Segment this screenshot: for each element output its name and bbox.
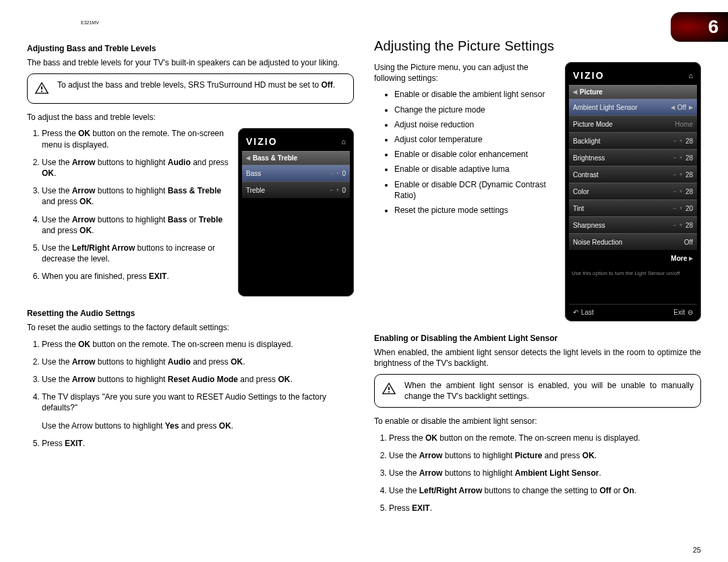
heading-reset-audio: Resetting the Audio Settngs bbox=[27, 309, 354, 318]
lead-bass-treble: To adjust the bass and treble levels: bbox=[27, 112, 354, 123]
intro-bass-treble: The bass and treble levels for your TV's… bbox=[27, 57, 354, 68]
svg-rect-3 bbox=[388, 392, 390, 393]
steps-ambient-light: Press the OK button on the remote. The o… bbox=[374, 433, 701, 514]
intro-reset-audio: To reset the audio settings to the facto… bbox=[27, 322, 354, 333]
exit-icon: ⊖ bbox=[688, 309, 693, 316]
heading-ambient-light: Enabling or Disabling the Ambient Light … bbox=[374, 334, 701, 343]
chapter-number: 6 bbox=[708, 16, 719, 38]
right-column: Adjusting the Picture Settings VIZIO ⌂ ◀… bbox=[374, 38, 701, 520]
osd-brand: VIZIO bbox=[246, 136, 278, 147]
note-srs-off: To adjust the bass and treble levels, SR… bbox=[27, 73, 354, 104]
note-text: To adjust the bass and treble levels, SR… bbox=[57, 80, 346, 90]
osd-bass-treble: VIZIO ⌂ ◀Bass & Treble Bass −+0 Treble −… bbox=[238, 128, 354, 296]
back-icon: ↶ bbox=[573, 309, 578, 316]
chapter-badge: 6 bbox=[671, 12, 728, 42]
home-icon: ⌂ bbox=[688, 71, 693, 80]
manual-page: 6 E321MV Adjusting Bass and Treble Level… bbox=[0, 0, 728, 562]
warning-icon bbox=[34, 81, 49, 98]
back-arrow-icon: ◀ bbox=[573, 89, 577, 95]
home-icon: ⌂ bbox=[341, 137, 346, 146]
note-text: When the ambient light sensor is enabled… bbox=[404, 380, 694, 402]
section-title-picture: Adjusting the Picture Settings bbox=[374, 38, 701, 54]
osd-brand: VIZIO bbox=[573, 70, 605, 81]
back-arrow-icon: ◀ bbox=[246, 155, 250, 161]
heading-bass-treble: Adjusting Bass and Treble Levels bbox=[27, 44, 354, 53]
page-number: 25 bbox=[693, 546, 701, 554]
svg-rect-2 bbox=[388, 387, 390, 390]
svg-rect-1 bbox=[41, 91, 42, 92]
osd-picture: VIZIO ⌂ ◀Picture Ambient Light Sensor ◀O… bbox=[565, 62, 701, 321]
left-column: Adjusting Bass and Treble Levels The bas… bbox=[27, 38, 354, 520]
osd-hint: Use this option to turn the Light Sensor… bbox=[569, 266, 697, 284]
warning-icon bbox=[382, 381, 396, 398]
note-ambient-light: When the ambient light sensor is enabled… bbox=[374, 374, 701, 408]
steps-reset-audio: Press the OK button on the remote. The o… bbox=[27, 339, 354, 449]
model-number: E321MV bbox=[81, 20, 701, 25]
lead-ambient-light: To enable or disable the ambient light s… bbox=[374, 416, 701, 427]
intro-ambient-light: When enabled, the ambient light sensor d… bbox=[374, 347, 701, 369]
intro-picture: Using the Picture menu, you can adjust t… bbox=[374, 62, 549, 84]
svg-rect-0 bbox=[41, 86, 42, 90]
